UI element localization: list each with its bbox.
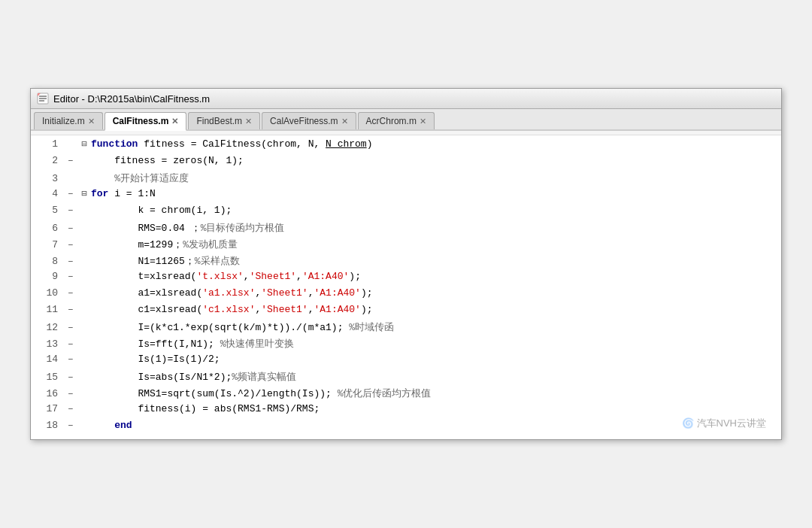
line-num-8: 8 — [34, 256, 64, 267]
tab-findbest[interactable]: FindBest.m ✕ — [188, 112, 260, 129]
line-dash-8: – — [64, 256, 77, 267]
code-line-11: 11 – c1=xlsread('c1.xlsx','Sheet1','A1:A… — [31, 304, 781, 320]
line-dash-10: – — [64, 287, 77, 299]
line-code-3: %开始计算适应度 — [91, 171, 778, 185]
tab-findbest-close[interactable]: ✕ — [245, 117, 252, 126]
line-code-2: fitness = zeros(N, 1); — [91, 155, 778, 166]
code-line-3: 3 %开始计算适应度 — [31, 171, 781, 188]
tab-calavefitness-close[interactable]: ✕ — [341, 117, 348, 126]
line-num-12: 12 — [34, 322, 64, 333]
line-num-13: 13 — [34, 338, 64, 350]
tab-calfitness-label: CalFitness.m — [113, 116, 169, 126]
line-num-2: 2 — [34, 155, 64, 166]
line-code-7: m=1299；%发动机质量 — [91, 238, 778, 251]
line-dash-17: – — [64, 403, 77, 414]
code-line-6: 6 – RMS=0.04 ；%目标传函均方根值 — [31, 221, 781, 238]
line-dash-4: – — [64, 188, 77, 199]
code-line-10: 10 – a1=xlsread('a1.xlsx','Sheet1','A1:A… — [31, 287, 781, 304]
tab-acrchrom-label: AcrChrom.m — [366, 116, 417, 126]
code-line-17: 17 – fitness(i) = abs(RMS1-RMS)/RMS; — [31, 403, 781, 420]
line-code-17: fitness(i) = abs(RMS1-RMS)/RMS; — [91, 403, 778, 414]
line-num-5: 5 — [34, 205, 64, 216]
line-num-7: 7 — [34, 239, 64, 250]
tab-findbest-label: FindBest.m — [196, 116, 242, 126]
line-code-18: end — [91, 420, 778, 431]
code-line-14: 14 – Is(1)=Is(1)/2; — [31, 354, 781, 370]
tab-acrchrom[interactable]: AcrChrom.m ✕ — [358, 112, 435, 129]
editor-window: Editor - D:\R2015a\bin\CalFitness.m Init… — [30, 88, 782, 440]
line-fold-1[interactable]: ⊟ — [77, 138, 91, 150]
tab-calavefitness-label: CalAveFitness.m — [270, 116, 338, 126]
code-line-7: 7 – m=1299；%发动机质量 — [31, 238, 781, 254]
line-code-16: RMS1=sqrt(sum(Is.^2)/length(Is)); %优化后传函… — [91, 387, 778, 400]
line-code-14: Is(1)=Is(1)/2; — [91, 354, 778, 365]
title-bar: Editor - D:\R2015a\bin\CalFitness.m — [31, 89, 781, 109]
code-line-16: 16 – RMS1=sqrt(sum(Is.^2)/length(Is)); %… — [31, 387, 781, 403]
line-dash-13: – — [64, 338, 77, 350]
line-code-8: N1=11265；%采样点数 — [91, 254, 778, 268]
tab-calfitness[interactable]: CalFitness.m ✕ — [105, 112, 187, 131]
line-dash-7: – — [64, 239, 77, 250]
line-num-1: 1 — [34, 138, 64, 150]
line-dash-5: – — [64, 205, 77, 216]
code-line-12: 12 – I=(k*c1.*exp(sqrt(k/m)*t))./(m*a1);… — [31, 320, 781, 337]
line-num-4: 4 — [34, 188, 64, 199]
line-num-10: 10 — [34, 287, 64, 299]
line-dash-2: – — [64, 155, 77, 166]
tab-initialize-close[interactable]: ✕ — [88, 117, 95, 126]
code-line-4: 4 – ⊟ for i = 1:N — [31, 188, 781, 205]
line-code-10: a1=xlsread('a1.xlsx','Sheet1','A1:A40'); — [91, 287, 778, 299]
line-dash-11: – — [64, 304, 77, 315]
editor-area[interactable]: 1 ⊟ function fitness = CalFitness(chrom,… — [31, 135, 781, 439]
line-code-6: RMS=0.04 ；%目标传函均方根值 — [91, 221, 778, 235]
line-code-12: I=(k*c1.*exp(sqrt(k/m)*t))./(m*a1); %时域传… — [91, 320, 778, 334]
line-code-5: k = chrom(i, 1); — [91, 205, 778, 216]
window-title: Editor - D:\R2015a\bin\CalFitness.m — [53, 93, 210, 105]
code-line-18: 18 – end — [31, 420, 781, 436]
line-code-15: Is=abs(Is/N1*2);%频谱真实幅值 — [91, 370, 778, 384]
code-line-9: 9 – t=xlsread('t.xlsx','Sheet1','A1:A40'… — [31, 271, 781, 287]
line-num-18: 18 — [34, 420, 64, 431]
editor-wrapper: 1 ⊟ function fitness = CalFitness(chrom,… — [31, 135, 781, 439]
code-line-2: 2 – fitness = zeros(N, 1); — [31, 155, 781, 171]
code-line-13: 13 – Is=fft(I,N1); %快速傅里叶变换 — [31, 337, 781, 354]
line-num-16: 16 — [34, 388, 64, 399]
line-num-17: 17 — [34, 403, 64, 414]
code-line-1: 1 ⊟ function fitness = CalFitness(chrom,… — [31, 138, 781, 155]
code-line-8: 8 – N1=11265；%采样点数 — [31, 254, 781, 271]
line-dash-15: – — [64, 372, 77, 383]
line-dash-12: – — [64, 322, 77, 333]
code-container: 1 ⊟ function fitness = CalFitness(chrom,… — [31, 135, 781, 439]
code-line-5: 5 – k = chrom(i, 1); — [31, 205, 781, 221]
line-code-13: Is=fft(I,N1); %快速傅里叶变换 — [91, 337, 778, 350]
line-dash-9: – — [64, 271, 77, 282]
tab-initialize-label: Initialize.m — [42, 116, 85, 126]
line-code-9: t=xlsread('t.xlsx','Sheet1','A1:A40'); — [91, 271, 778, 282]
line-fold-4[interactable]: ⊟ — [77, 188, 91, 199]
line-num-14: 14 — [34, 354, 64, 365]
editor-icon — [37, 93, 49, 105]
line-dash-18: – — [64, 420, 77, 431]
tab-initialize[interactable]: Initialize.m ✕ — [34, 112, 103, 129]
line-code-4: for i = 1:N — [91, 188, 778, 199]
tab-acrchrom-close[interactable]: ✕ — [420, 117, 426, 126]
line-num-9: 9 — [34, 271, 64, 282]
code-line-15: 15 – Is=abs(Is/N1*2);%频谱真实幅值 — [31, 370, 781, 387]
line-num-11: 11 — [34, 304, 64, 315]
line-num-15: 15 — [34, 372, 64, 383]
line-num-6: 6 — [34, 223, 64, 234]
tab-bar: Initialize.m ✕ CalFitness.m ✕ FindBest.m… — [31, 109, 781, 131]
line-dash-6: – — [64, 223, 77, 234]
line-dash-16: – — [64, 388, 77, 399]
line-code-11: c1=xlsread('c1.xlsx','Sheet1','A1:A40'); — [91, 304, 778, 315]
tab-calfitness-close[interactable]: ✕ — [171, 117, 178, 126]
line-code-1: function fitness = CalFitness(chrom, N, … — [91, 138, 778, 150]
tab-calavefitness[interactable]: CalAveFitness.m ✕ — [262, 112, 356, 129]
line-dash-14: – — [64, 354, 77, 365]
line-num-3: 3 — [34, 173, 64, 184]
